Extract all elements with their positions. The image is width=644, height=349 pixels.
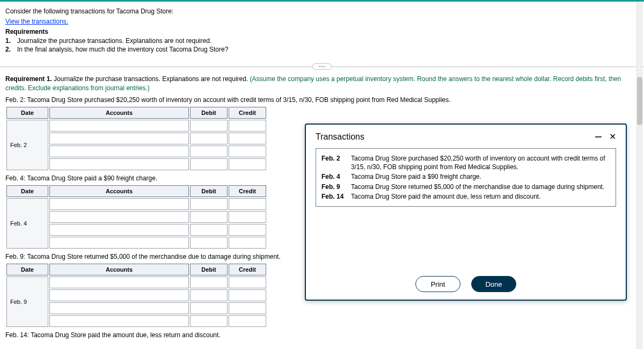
done-button[interactable]: Done — [471, 276, 516, 292]
requirement1-label: Requirement 1. — [5, 75, 52, 83]
req2-number: 2. — [5, 46, 17, 53]
entry2-credit-2[interactable] — [232, 212, 262, 222]
entry1-debit-3[interactable] — [194, 146, 224, 157]
trans-date: Feb. 2 — [321, 154, 351, 171]
entry1-account-4[interactable] — [53, 159, 185, 170]
entry3-debit-1[interactable] — [194, 277, 224, 288]
col-debit: Debit — [190, 107, 228, 119]
entry3-credit-4[interactable] — [232, 316, 262, 326]
section-divider — [0, 63, 644, 70]
entry1-debit-2[interactable] — [194, 133, 224, 144]
entry3-debit-3[interactable] — [194, 303, 224, 314]
entry2-credit-4[interactable] — [232, 237, 262, 248]
col-credit: Credit — [229, 107, 266, 119]
entry1-prompt: Feb. 2: Tacoma Drug Store purchased $20,… — [5, 96, 639, 104]
entry1-account-2[interactable] — [53, 133, 185, 144]
entry3-credit-3[interactable] — [232, 303, 262, 314]
transactions-box: Feb. 2 Tacoma Drug Store purchased $20,2… — [316, 148, 616, 207]
req1-text: Journalize the purchase transactions. Ex… — [17, 37, 211, 45]
entry1-credit-4[interactable] — [232, 159, 262, 170]
entry1-credit-2[interactable] — [232, 133, 262, 144]
entry1-credit-1[interactable] — [232, 120, 262, 131]
col-date: Date — [6, 107, 48, 119]
col-accounts: Accounts — [49, 185, 189, 197]
entry2-credit-1[interactable] — [232, 199, 262, 209]
col-credit: Credit — [229, 185, 266, 197]
expand-collapse-pill[interactable] — [312, 63, 332, 70]
journal-table-1: Date Accounts Debit Credit Feb. 2 — [5, 106, 267, 171]
entry1-debit-4[interactable] — [194, 159, 224, 170]
entry4-prefix: Feb. 14: Tacoma Drug Store — [5, 331, 86, 339]
transactions-popup: Transactions ✕ Feb. 2 Tacoma Drug Store … — [305, 123, 627, 301]
scrollbar-track[interactable] — [636, 2, 643, 349]
trans-desc: Tacoma Drug Store paid the amount due, l… — [351, 192, 610, 201]
close-icon[interactable]: ✕ — [609, 133, 616, 141]
entry1-credit-3[interactable] — [232, 146, 262, 157]
entry3-account-4[interactable] — [53, 316, 185, 326]
req1-number: 1. — [5, 37, 17, 45]
entry3-account-2[interactable] — [53, 290, 185, 301]
col-debit: Debit — [190, 264, 228, 275]
entry3-account-3[interactable] — [53, 303, 185, 314]
entry2-debit-3[interactable] — [194, 224, 224, 235]
trans-date: Feb. 4 — [321, 172, 351, 181]
entry3-prefix: Feb. 9: Tacoma Drug Store — [5, 253, 83, 260]
entry1-debit-1[interactable] — [194, 120, 224, 131]
trans-row: Feb. 14 Tacoma Drug Store paid the amoun… — [321, 192, 610, 201]
entry2-rest: paid a $90 freight charge. — [83, 174, 157, 182]
entry2-prefix: Feb. 4: Tacoma Drug Store — [5, 174, 83, 182]
journal-table-3: Date Accounts Debit Credit Feb. 9 — [5, 263, 267, 328]
minimize-icon[interactable] — [595, 136, 602, 137]
col-date: Date — [6, 185, 48, 197]
trans-row: Feb. 4 Tacoma Drug Store paid a $90 frei… — [321, 172, 610, 181]
entry2-account-4[interactable] — [53, 237, 185, 248]
col-debit: Debit — [190, 185, 228, 197]
trans-desc: Tacoma Drug Store returned $5,000 of the… — [351, 183, 610, 191]
popup-title: Transactions — [316, 132, 595, 142]
view-transactions-link[interactable]: View the transactions. — [5, 18, 68, 25]
entry3-debit-4[interactable] — [194, 316, 224, 326]
entry4-prompt: Feb. 14: Tacoma Drug Store paid the amou… — [5, 331, 639, 339]
trans-desc: Tacoma Drug Store purchased $20,250 wort… — [351, 154, 610, 171]
entry2-account-3[interactable] — [53, 224, 185, 235]
trans-row: Feb. 9 Tacoma Drug Store returned $5,000… — [321, 183, 610, 191]
entry3-credit-1[interactable] — [232, 277, 262, 288]
entry3-date: Feb. 9 — [6, 277, 48, 327]
print-button[interactable]: Print — [415, 276, 460, 292]
scrollbar-thumb[interactable] — [637, 77, 642, 125]
problem-header: Consider the following transactions for … — [0, 2, 644, 56]
requirement1-text: Journalize the purchase transactions. Ex… — [52, 75, 250, 83]
entry2-credit-3[interactable] — [232, 224, 262, 235]
requirements-heading: Requirements — [5, 27, 639, 37]
entry2-debit-1[interactable] — [194, 199, 224, 209]
req2-text: In the final analysis, how much did the … — [17, 46, 228, 53]
col-accounts: Accounts — [49, 264, 189, 275]
entry1-rest: purchased $20,250 worth of inventory on … — [83, 96, 386, 104]
entry1-account-1[interactable] — [53, 120, 185, 131]
entry1-suffix: Red Medical Supplies. — [386, 96, 450, 104]
intro-line: Consider the following transactions for … — [5, 7, 639, 16]
journal-table-2: Date Accounts Debit Credit Feb. 4 — [5, 184, 267, 250]
entry3-account-1[interactable] — [53, 277, 185, 288]
entry2-account-1[interactable] — [53, 199, 185, 209]
trans-date: Feb. 14 — [321, 192, 351, 201]
entry2-date: Feb. 4 — [6, 198, 48, 249]
entry3-debit-2[interactable] — [194, 290, 224, 301]
entry4-rest: paid the amount due, less return and dis… — [86, 331, 221, 339]
entry2-debit-4[interactable] — [194, 237, 224, 248]
col-accounts: Accounts — [49, 107, 189, 119]
entry1-date: Feb. 2 — [6, 120, 48, 170]
entry3-credit-2[interactable] — [232, 290, 262, 301]
trans-date: Feb. 9 — [321, 183, 351, 191]
entry3-rest: returned $5,000 of the merchandise due t… — [83, 253, 281, 260]
entry2-debit-2[interactable] — [194, 212, 224, 222]
col-credit: Credit — [229, 264, 266, 275]
trans-desc: Tacoma Drug Store paid a $90 freight cha… — [351, 172, 610, 181]
entry2-account-2[interactable] — [53, 212, 185, 222]
col-date: Date — [6, 264, 48, 275]
entry1-prefix: Feb. 2: Tacoma Drug Store — [5, 96, 83, 104]
entry1-account-3[interactable] — [53, 146, 185, 157]
trans-row: Feb. 2 Tacoma Drug Store purchased $20,2… — [321, 154, 610, 171]
